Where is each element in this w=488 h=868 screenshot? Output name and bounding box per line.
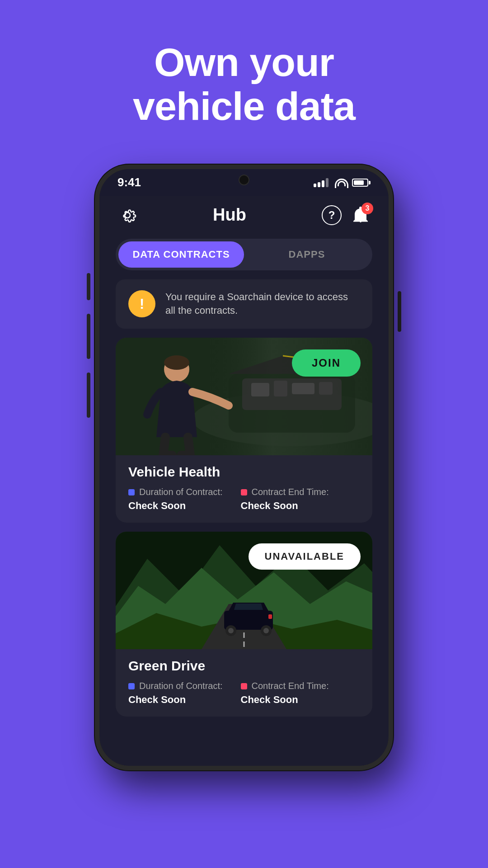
gd-end-time-meta: Contract End Time: Check Soon	[241, 681, 329, 706]
svg-point-16	[263, 628, 269, 633]
svg-rect-7	[292, 383, 314, 394]
tab-bar: DATA CONTRACTS DAPPS	[116, 239, 372, 270]
warning-banner: ! You require a Soarchain device to acce…	[116, 279, 372, 329]
green-drive-title: Green Drive	[128, 658, 360, 674]
help-button[interactable]: ?	[322, 205, 342, 225]
gd-end-time-label: Contract End Time:	[241, 681, 329, 691]
end-time-value: Check Soon	[241, 500, 329, 512]
svg-rect-6	[274, 381, 287, 396]
vehicle-health-meta: Duration of Contract: Check Soon Contrac…	[128, 487, 360, 512]
battery-icon	[352, 179, 371, 187]
volume-down-button	[87, 373, 90, 418]
hero-headline: Own your vehicle data	[133, 41, 355, 128]
phone-shell: 9:41	[95, 165, 393, 770]
vehicle-health-details: Vehicle Health Duration of Contract: Che…	[116, 455, 372, 523]
gd-duration-dot	[128, 683, 135, 689]
wifi-icon	[335, 179, 346, 187]
notification-badge: 3	[361, 203, 373, 214]
vehicle-health-card: JOIN Vehicle Health Duration of Contract…	[116, 338, 372, 523]
duration-meta: Duration of Contract: Check Soon	[128, 487, 223, 512]
svg-rect-8	[319, 382, 333, 395]
silent-button	[87, 273, 90, 300]
app-header: Hub ? 3	[99, 196, 389, 234]
status-time: 9:41	[117, 175, 141, 189]
duration-value: Check Soon	[128, 500, 223, 512]
power-button	[398, 291, 401, 332]
svg-rect-5	[251, 383, 269, 396]
duration-dot	[128, 489, 135, 495]
svg-point-10	[164, 355, 189, 370]
phone-mockup: 9:41	[95, 165, 393, 770]
gd-end-time-value: Check Soon	[241, 694, 329, 706]
svg-rect-17	[268, 614, 272, 619]
gd-duration-meta: Duration of Contract: Check Soon	[128, 681, 223, 706]
green-drive-image: UNAVAILABLE	[116, 532, 372, 649]
status-bar: 9:41	[99, 169, 389, 196]
warning-icon: !	[128, 290, 155, 317]
volume-up-button	[87, 314, 90, 359]
header-actions: ? 3	[322, 205, 371, 225]
end-time-meta: Contract End Time: Check Soon	[241, 487, 329, 512]
tab-data-contracts[interactable]: DATA CONTRACTS	[118, 241, 244, 268]
gd-end-time-dot	[241, 683, 247, 689]
warning-message: You require a Soarchain device to access…	[165, 290, 360, 318]
green-drive-card: UNAVAILABLE Green Drive Duration of Cont…	[116, 532, 372, 717]
status-icons	[314, 178, 371, 187]
svg-point-15	[228, 628, 234, 633]
green-drive-details: Green Drive Duration of Contract: Check …	[116, 649, 372, 717]
vehicle-health-title: Vehicle Health	[128, 464, 360, 480]
notifications-button[interactable]: 3	[351, 205, 371, 225]
join-button[interactable]: JOIN	[292, 349, 361, 377]
phone-screen: 9:41	[99, 169, 389, 766]
settings-icon[interactable]	[117, 205, 137, 225]
gd-duration-label: Duration of Contract:	[128, 681, 223, 691]
main-content: ! You require a Soarchain device to acce…	[99, 279, 389, 766]
unavailable-button[interactable]: UNAVAILABLE	[249, 543, 361, 570]
end-time-dot	[241, 489, 247, 495]
app-title: Hub	[213, 205, 246, 225]
green-drive-meta: Duration of Contract: Check Soon Contrac…	[128, 681, 360, 706]
camera-notch	[239, 175, 249, 185]
duration-label: Duration of Contract:	[128, 487, 223, 497]
tab-dapps[interactable]: DAPPS	[244, 241, 370, 268]
gd-duration-value: Check Soon	[128, 694, 223, 706]
vehicle-health-image: JOIN	[116, 338, 372, 455]
signal-icon	[314, 178, 328, 187]
end-time-label: Contract End Time:	[241, 487, 329, 497]
